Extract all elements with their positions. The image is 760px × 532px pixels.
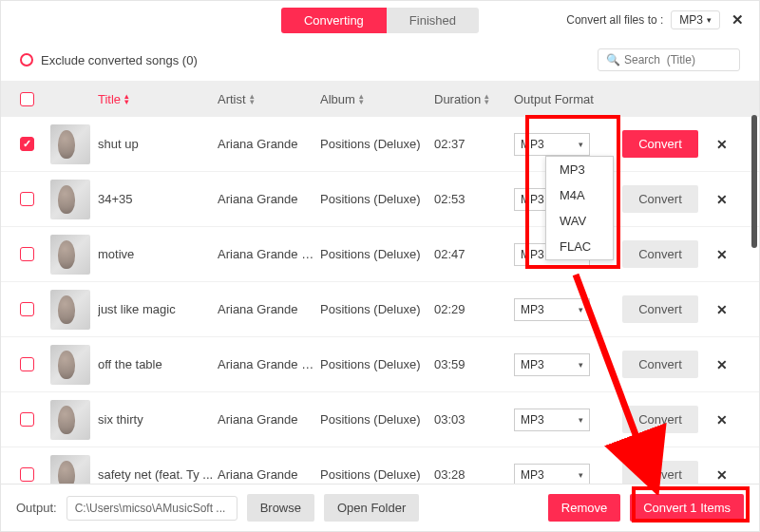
col-duration[interactable]: Duration ▴▾ [434,92,514,106]
scrollbar-thumb[interactable] [751,115,757,248]
table-row: six thirtyAriana GrandePositions (Deluxe… [1,392,759,447]
col-title[interactable]: Title ▴▾ [98,92,218,106]
col-album[interactable]: Album ▴▾ [320,92,434,106]
table-row: 34+35Ariana GrandePositions (Deluxe)02:5… [1,172,759,227]
search-icon: 🔍 [606,53,620,66]
sort-icon: ▴▾ [359,93,364,104]
table-row: just like magicAriana GrandePositions (D… [1,282,759,337]
table-row: shut upAriana GrandePositions (Deluxe)02… [1,117,759,172]
duration-text: 03:28 [434,467,514,482]
convert-button[interactable]: Convert [622,351,698,378]
title-text: six thirty [98,412,218,427]
row-checkbox[interactable] [20,412,34,427]
album-text: Positions (Deluxe) [320,467,434,482]
format-option[interactable]: FLAC [546,234,613,259]
sort-icon: ▴▾ [484,93,489,104]
caret-down-icon: ▾ [579,140,583,149]
title-text: just like magic [98,302,218,316]
output-path-field[interactable]: C:\Users\micso\AMusicSoft ... [66,496,238,521]
format-select[interactable]: MP3▾ [514,353,590,376]
tab-finished[interactable]: Finished [387,8,479,33]
row-checkbox[interactable] [20,467,34,482]
table-row: off the tableAriana Grande & ...Position… [1,337,759,392]
remove-row-icon[interactable]: ✕ [716,467,728,483]
title-text: off the table [98,357,218,371]
convert-button[interactable]: Convert [622,185,698,213]
format-option[interactable]: M4A [546,182,613,208]
title-text: safety net (feat. Ty ... [98,467,218,482]
table-row: motiveAriana Grande & ...Positions (Delu… [1,227,759,282]
format-select[interactable]: MP3▾ [514,408,590,431]
caret-down-icon: ▾ [707,15,712,25]
artist-text: Ariana Grande [218,412,320,427]
remove-button[interactable]: Remove [548,494,620,522]
col-artist[interactable]: Artist ▴▾ [218,92,320,106]
title-text: shut up [98,137,218,151]
mode-tabs: Converting Finished [281,8,479,33]
duration-text: 02:29 [434,302,514,316]
format-option[interactable]: MP3 [546,157,613,182]
duration-text: 03:59 [434,357,514,371]
album-text: Positions (Deluxe) [320,137,434,151]
convert-button[interactable]: Convert [622,240,698,268]
artist-text: Ariana Grande & ... [218,247,320,261]
table-header: Title ▴▾ Artist ▴▾ Album ▴▾ Duration ▴▾ … [1,81,759,117]
remove-row-icon[interactable]: ✕ [716,357,728,372]
format-select[interactable]: MP3▾ [514,133,590,156]
exclude-label: Exclude converted songs (0) [41,53,198,67]
row-checkbox[interactable] [20,357,34,371]
search-input[interactable] [624,53,732,66]
tab-converting[interactable]: Converting [281,8,387,33]
album-text: Positions (Deluxe) [320,357,434,371]
row-checkbox[interactable] [20,192,34,206]
open-folder-button[interactable]: Open Folder [324,494,419,522]
convert-all-format-select[interactable]: MP3 ▾ [671,10,720,29]
col-output-format: Output Format [514,92,622,106]
duration-text: 02:47 [434,247,514,261]
album-art [50,180,90,219]
format-select[interactable]: MP3▾ [514,464,590,486]
sort-icon: ▴▾ [250,93,255,104]
row-checkbox[interactable] [20,137,34,151]
title-text: motive [98,247,218,261]
remove-row-icon[interactable]: ✕ [716,302,728,317]
remove-row-icon[interactable]: ✕ [716,192,728,207]
artist-text: Ariana Grande [218,467,320,482]
format-option[interactable]: WAV [546,208,613,234]
caret-down-icon: ▾ [579,470,583,480]
footer-bar: Output: C:\Users\micso\AMusicSoft ... Br… [1,484,759,531]
album-text: Positions (Deluxe) [320,302,434,316]
duration-text: 03:03 [434,412,514,427]
title-text: 34+35 [98,192,218,206]
browse-button[interactable]: Browse [247,494,314,522]
output-label: Output: [16,501,57,515]
row-checkbox[interactable] [20,302,34,316]
row-checkbox[interactable] [20,247,34,261]
album-art [50,235,90,275]
select-all-checkbox[interactable] [20,92,34,106]
album-art [50,345,90,385]
search-box[interactable]: 🔍 [598,48,740,71]
convert-all-format-value: MP3 [679,13,703,27]
close-icon[interactable]: ✕ [728,10,748,30]
album-text: Positions (Deluxe) [320,247,434,261]
remove-row-icon[interactable]: ✕ [716,137,728,152]
artist-text: Ariana Grande [218,137,320,151]
album-art [50,290,90,330]
radio-icon[interactable] [20,53,33,66]
format-select[interactable]: MP3▾ [514,298,590,321]
convert-items-button[interactable]: Convert 1 Items [630,494,744,522]
convert-all-label: Convert all files to : [566,13,663,27]
convert-button[interactable]: Convert [622,130,698,158]
caret-down-icon: ▾ [579,305,583,314]
format-dropdown[interactable]: MP3M4AWAVFLAC [545,156,614,260]
album-art [50,124,90,164]
artist-text: Ariana Grande & ... [218,357,320,371]
caret-down-icon: ▾ [579,415,583,425]
convert-button[interactable]: Convert [622,295,698,323]
remove-row-icon[interactable]: ✕ [716,247,728,262]
artist-text: Ariana Grande [218,192,320,206]
convert-button[interactable]: Convert [622,406,698,433]
remove-row-icon[interactable]: ✕ [716,412,728,428]
album-text: Positions (Deluxe) [320,412,434,427]
